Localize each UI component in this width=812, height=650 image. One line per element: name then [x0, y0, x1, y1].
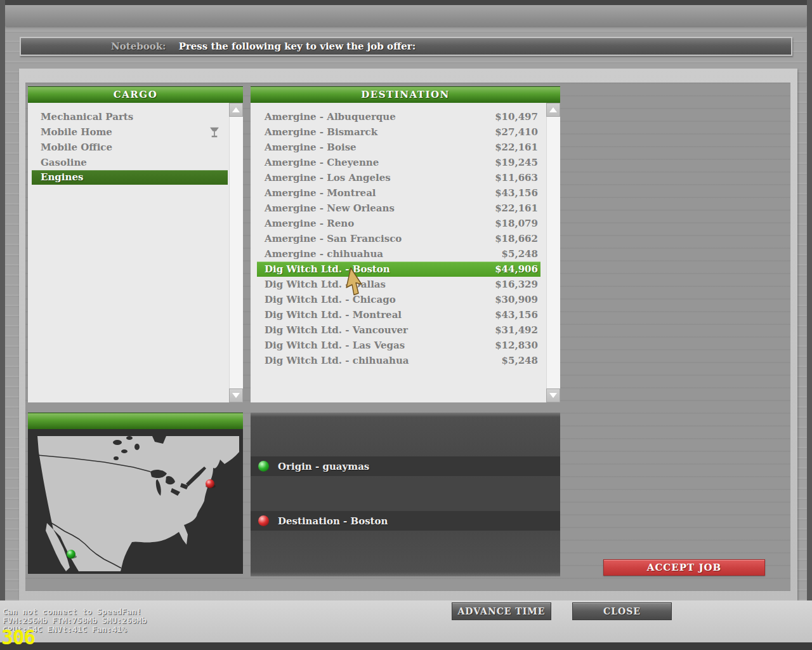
destination-panel-title: DESTINATION	[251, 86, 560, 103]
destination-price: $18,079	[495, 216, 538, 231]
screen-edge-top	[0, 0, 812, 5]
destination-name: Dig Witch Ltd. - Las Vegas	[265, 338, 405, 353]
destination-name: Amergine - Reno	[265, 216, 354, 231]
notebook-message: Press the following key to view the job …	[179, 41, 416, 52]
destination-price: $31,492	[495, 322, 538, 338]
mouse-cursor-icon	[344, 267, 363, 299]
screen-edge-right	[807, 0, 812, 600]
advance-time-button[interactable]: ADVANCE TIME	[452, 602, 551, 620]
destination-row[interactable]: Amergine - Reno$18,079	[251, 216, 546, 231]
destination-name: Amergine - Cheyenne	[265, 155, 379, 170]
destination-row[interactable]: Dig Witch Ltd. - Montreal$43,156	[251, 307, 546, 322]
cargo-scrollbar[interactable]	[229, 103, 243, 402]
destination-row[interactable]: Amergine - chihuahua$5,248	[251, 246, 546, 262]
cargo-scroll-down-icon[interactable]	[229, 388, 243, 402]
destination-price: $43,156	[495, 307, 538, 322]
destination-row[interactable]: Amergine - Los Angeles$11,663	[251, 170, 546, 185]
cargo-panel-title: CARGO	[28, 86, 243, 103]
notebook-bar: Notebook: Press the following key to vie…	[20, 37, 792, 56]
destination-name: Amergine - Albuquerque	[265, 109, 396, 124]
goblet-icon	[209, 126, 220, 138]
accept-job-button[interactable]: ACCEPT JOB	[603, 559, 765, 576]
destination-label: Destination - Boston	[278, 515, 388, 527]
destination-name: Dig Witch Ltd. - Chicago	[265, 292, 396, 307]
destination-price: $11,663	[495, 170, 538, 185]
destination-price: $27,410	[495, 124, 538, 140]
top-status-bar	[5, 5, 807, 26]
destination-name: Dig Witch Ltd. - chihuahua	[265, 353, 409, 368]
screen-edge-bottom	[0, 642, 812, 650]
fps-counter: 306	[1, 627, 35, 648]
screen-edge-left	[0, 0, 5, 600]
destination-row[interactable]: Amergine - New Orleans$22,161	[251, 201, 546, 216]
cargo-row-label: Mobile Home	[41, 126, 112, 138]
cargo-row[interactable]: Mobile Office	[28, 140, 229, 155]
destination-name: Amergine - Boise	[265, 140, 357, 155]
notebook-label: Notebook:	[111, 41, 166, 52]
job-info-panel: Origin - guaymas Destination - Boston	[251, 413, 560, 576]
destination-row[interactable]: Amergine - Cheyenne$19,245	[251, 155, 546, 170]
close-button[interactable]: CLOSE	[572, 602, 672, 620]
job-offer-screen: $ 683,000 THU 10:38 Notebook: Press the …	[0, 0, 812, 650]
destination-name: Dig Witch Ltd. - Boston	[265, 262, 390, 277]
destination-name: Amergine - Bismarck	[265, 124, 377, 140]
destination-row[interactable]: Amergine - Bismarck$27,410	[251, 124, 546, 140]
overlay-line: Can not connect to SpeedFan!	[3, 607, 141, 616]
cargo-row[interactable]: Mobile Home	[28, 124, 229, 140]
notebook-bar-inner: Notebook: Press the following key to vie…	[21, 38, 791, 55]
destination-price: $5,248	[502, 353, 538, 368]
destination-row[interactable]: Dig Witch Ltd. - Las Vegas$12,830	[251, 338, 546, 353]
destination-row[interactable]: Dig Witch Ltd. - chihuahua$5,248	[251, 353, 546, 368]
destination-row[interactable]: Amergine - Boise$22,161	[251, 140, 546, 155]
destination-row[interactable]: Dig Witch Ltd. - Vancouver$31,492	[251, 322, 546, 338]
destination-name: Dig Witch Ltd. - Montreal	[265, 307, 402, 322]
destination-scroll-down-icon[interactable]	[546, 388, 560, 402]
destination-row[interactable]: Amergine - Albuquerque$10,497	[251, 109, 546, 124]
cargo-row[interactable]: Mechanical Parts	[28, 109, 229, 124]
destination-price: $19,245	[495, 155, 538, 170]
destination-name: Dig Witch Ltd. - Vancouver	[265, 322, 408, 338]
cargo-scroll-up-icon[interactable]	[229, 103, 243, 117]
destination-name: Amergine - San Francisco	[265, 231, 402, 246]
destination-row[interactable]: Dig Witch Ltd. - Chicago$30,909	[251, 292, 546, 307]
destination-scroll-up-icon[interactable]	[546, 103, 560, 117]
origin-row: Origin - guaymas	[251, 456, 560, 476]
destination-price: $18,662	[495, 231, 538, 246]
destination-price: $30,909	[495, 292, 538, 307]
destination-list: Amergine - Albuquerque$10,497 Amergine -…	[251, 103, 546, 402]
destination-name: Amergine - New Orleans	[265, 201, 395, 216]
origin-label: Origin - guaymas	[278, 461, 369, 472]
destination-price: $44,906	[495, 262, 538, 277]
origin-marker-icon	[258, 461, 269, 472]
map-destination-marker	[206, 479, 214, 488]
destination-scrollbar[interactable]	[546, 103, 560, 402]
route-map	[28, 429, 243, 574]
destination-row-selected[interactable]: Dig Witch Ltd. - Boston$44,906	[257, 262, 540, 277]
destination-name: Dig Witch Ltd. - Dallas	[265, 277, 386, 292]
destination-row[interactable]: Amergine - Montreal$43,156	[251, 185, 546, 201]
destination-price: $22,161	[495, 201, 538, 216]
map-origin-marker	[67, 550, 75, 559]
destination-price: $16,329	[495, 277, 538, 292]
destination-price: $12,830	[495, 338, 538, 353]
destination-price: $43,156	[495, 185, 538, 201]
usa-map	[28, 429, 243, 574]
destination-marker-icon	[258, 515, 269, 526]
destination-row-info: Destination - Boston	[251, 511, 560, 531]
destination-row[interactable]: Amergine - San Francisco$18,662	[251, 231, 546, 246]
destination-price: $22,161	[495, 140, 538, 155]
destination-price: $10,497	[495, 109, 538, 124]
cargo-row-selected[interactable]: Engines	[32, 170, 228, 185]
destination-name: Amergine - chihuahua	[265, 246, 383, 262]
destination-name: Amergine - Los Angeles	[265, 170, 391, 185]
destination-name: Amergine - Montreal	[265, 185, 376, 201]
destination-row[interactable]: Dig Witch Ltd. - Dallas$16,329	[251, 277, 546, 292]
cargo-row[interactable]: Gasoline	[28, 155, 229, 170]
destination-price: $5,248	[502, 246, 538, 262]
cargo-list: Mechanical Parts Mobile Home Mobile Offi…	[28, 103, 229, 402]
map-panel-header	[28, 413, 243, 429]
overlay-line: FVM:256Mb FTM:758Mb SMU:268Mb	[3, 616, 147, 625]
